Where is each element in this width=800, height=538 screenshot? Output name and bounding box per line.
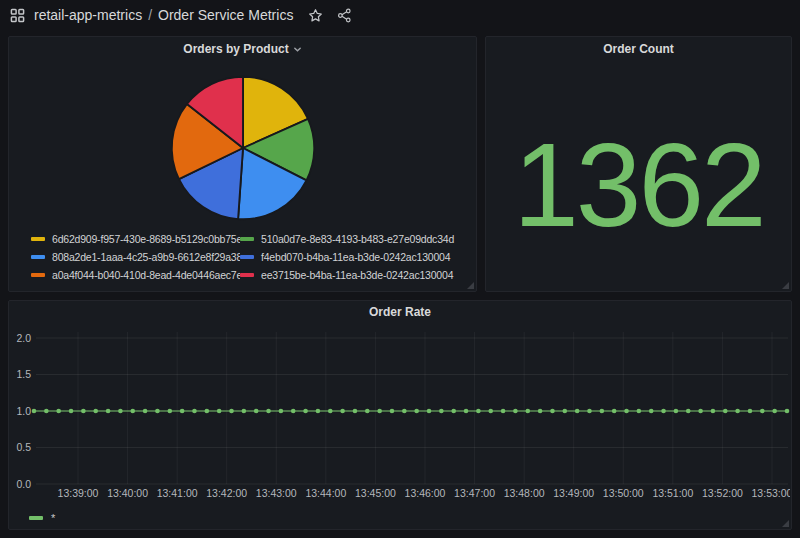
pie-legend-item[interactable]: ee3715be-b4ba-11ea-b3de-0242ac130004 <box>240 266 470 284</box>
data-point[interactable] <box>81 409 86 414</box>
data-point[interactable] <box>106 409 111 414</box>
data-point[interactable] <box>451 409 456 414</box>
x-axis-tick-label: 13:52:00 <box>702 487 743 499</box>
data-point[interactable] <box>316 409 321 414</box>
legend-swatch <box>31 255 45 259</box>
x-axis-tick-label: 13:53:00 <box>752 487 790 499</box>
data-point[interactable] <box>303 409 308 414</box>
pie-legend-item[interactable]: 808a2de1-1aaa-4c25-a9b9-6612e8f29a38 <box>31 248 240 266</box>
data-point[interactable] <box>377 409 382 414</box>
chevron-down-icon <box>293 45 302 54</box>
x-axis-tick-label: 13:50:00 <box>603 487 644 499</box>
data-point[interactable] <box>414 409 419 414</box>
data-point[interactable] <box>118 409 123 414</box>
data-point[interactable] <box>167 409 172 414</box>
data-point[interactable] <box>488 409 493 414</box>
breadcrumb-folder[interactable]: retail-app-metrics <box>34 7 142 23</box>
data-point[interactable] <box>439 409 444 414</box>
data-point[interactable] <box>476 409 481 414</box>
panel-resize-handle[interactable] <box>467 282 474 289</box>
legend-label[interactable]: * <box>51 512 55 524</box>
data-point[interactable] <box>513 409 518 414</box>
data-point[interactable] <box>254 409 259 414</box>
stat-panel-title-menu[interactable]: Order Count <box>486 37 791 61</box>
navbar-actions <box>308 8 352 23</box>
data-point[interactable] <box>575 409 580 414</box>
data-point[interactable] <box>735 409 740 414</box>
x-axis-tick-label: 13:40:00 <box>107 487 148 499</box>
data-point[interactable] <box>180 409 185 414</box>
data-point[interactable] <box>266 409 271 414</box>
data-point[interactable] <box>612 409 617 414</box>
data-point[interactable] <box>711 409 716 414</box>
data-point[interactable] <box>242 409 247 414</box>
pie-chart[interactable] <box>168 73 318 223</box>
y-axis-tick-label: 1.5 <box>16 368 31 380</box>
data-point[interactable] <box>217 409 222 414</box>
panel-resize-handle[interactable] <box>782 520 789 527</box>
rate-panel-title-menu[interactable]: Order Rate <box>9 301 791 323</box>
dashboard-grid: Orders by Product 6d62d909-f957-430e-868… <box>0 30 800 538</box>
data-point[interactable] <box>674 409 679 414</box>
data-point[interactable] <box>44 409 49 414</box>
data-point[interactable] <box>130 409 135 414</box>
share-icon[interactable] <box>337 8 352 23</box>
data-point[interactable] <box>723 409 728 414</box>
data-point[interactable] <box>353 409 358 414</box>
pie-legend-item[interactable]: a0a4f044-b040-410d-8ead-4de0446aec7e <box>31 266 240 284</box>
data-point[interactable] <box>600 409 605 414</box>
data-point[interactable] <box>698 409 703 414</box>
data-point[interactable] <box>340 409 345 414</box>
x-axis-tick-label: 13:39:00 <box>58 487 99 499</box>
data-point[interactable] <box>624 409 629 414</box>
data-point[interactable] <box>550 409 555 414</box>
data-point[interactable] <box>501 409 506 414</box>
data-point[interactable] <box>772 409 777 414</box>
data-point[interactable] <box>229 409 234 414</box>
rate-chart[interactable]: 0.00.51.01.52.013:39:0013:40:0013:41:001… <box>10 323 790 509</box>
dashboard-grid-icon[interactable] <box>10 8 25 23</box>
y-axis-tick-label: 1.0 <box>16 405 31 417</box>
pie-legend-item[interactable]: 6d62d909-f957-430e-8689-b5129c0bb75e <box>31 230 240 248</box>
rate-legend: * <box>9 509 791 527</box>
data-point[interactable] <box>155 409 160 414</box>
data-point[interactable] <box>365 409 370 414</box>
data-point[interactable] <box>563 409 568 414</box>
data-point[interactable] <box>525 409 530 414</box>
data-point[interactable] <box>785 409 790 414</box>
data-point[interactable] <box>32 409 37 414</box>
star-icon[interactable] <box>308 8 323 23</box>
pie-legend-item[interactable]: 510a0d7e-8e83-4193-b483-e27e09ddc34d <box>240 230 470 248</box>
data-point[interactable] <box>56 409 61 414</box>
y-axis-tick-label: 0.5 <box>16 441 31 453</box>
breadcrumb-dashboard-title[interactable]: Order Service Metrics <box>158 7 293 23</box>
data-point[interactable] <box>464 409 469 414</box>
data-point[interactable] <box>649 409 654 414</box>
data-point[interactable] <box>661 409 666 414</box>
data-point[interactable] <box>69 409 74 414</box>
data-point[interactable] <box>402 409 407 414</box>
data-point[interactable] <box>328 409 333 414</box>
data-point[interactable] <box>279 409 284 414</box>
stat-value: 1362 <box>513 126 764 244</box>
data-point[interactable] <box>538 409 543 414</box>
data-point[interactable] <box>748 409 753 414</box>
data-point[interactable] <box>760 409 765 414</box>
panel-resize-handle[interactable] <box>782 282 789 289</box>
data-point[interactable] <box>587 409 592 414</box>
pie-panel-title-menu[interactable]: Orders by Product <box>9 37 476 61</box>
data-point[interactable] <box>637 409 642 414</box>
panel-title: Order Count <box>603 42 674 56</box>
legend-swatch <box>31 237 45 241</box>
data-point[interactable] <box>686 409 691 414</box>
data-point[interactable] <box>143 409 148 414</box>
pie-legend-item[interactable]: f4ebd070-b4ba-11ea-b3de-0242ac130004 <box>240 248 470 266</box>
data-point[interactable] <box>291 409 296 414</box>
data-point[interactable] <box>93 409 98 414</box>
data-point[interactable] <box>192 409 197 414</box>
x-axis-tick-label: 13:49:00 <box>553 487 594 499</box>
data-point[interactable] <box>205 409 210 414</box>
data-point[interactable] <box>390 409 395 414</box>
data-point[interactable] <box>427 409 432 414</box>
breadcrumb-separator: / <box>148 7 152 23</box>
